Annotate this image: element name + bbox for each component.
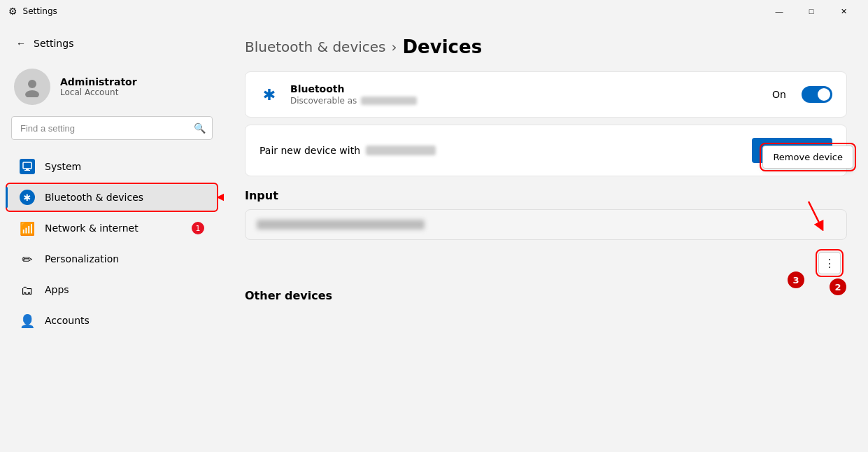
input-section-title: Input bbox=[245, 189, 847, 202]
input-device-card: Remove device ⋮ bbox=[245, 209, 847, 240]
sidebar-item-system[interactable]: System bbox=[6, 152, 218, 181]
other-devices-section-title: Other devices bbox=[245, 289, 847, 302]
bluetooth-title: Bluetooth bbox=[290, 83, 761, 94]
network-badge: 1 bbox=[192, 222, 204, 234]
toggle-thumb bbox=[818, 88, 830, 101]
breadcrumb-current: Devices bbox=[403, 36, 483, 57]
svg-point-0 bbox=[28, 80, 36, 88]
sidebar-header: ← Settings bbox=[0, 31, 224, 62]
search-box: 🔍 bbox=[11, 116, 213, 140]
personalization-icon: ✏️ bbox=[20, 251, 35, 267]
input-device-name-blurred bbox=[257, 220, 425, 229]
breadcrumb-parent: Bluetooth & devices bbox=[245, 38, 386, 55]
sidebar-label-bluetooth: Bluetooth & devices bbox=[45, 192, 143, 203]
sidebar-label-accounts: Accounts bbox=[45, 315, 90, 326]
sidebar-label-network: Network & internet bbox=[45, 223, 138, 234]
svg-point-1 bbox=[25, 90, 39, 97]
bluetooth-card: ✱ Bluetooth Discoverable as On bbox=[245, 71, 847, 118]
user-role: Local Account bbox=[60, 87, 137, 97]
window-controls: — □ ✕ bbox=[763, 0, 860, 22]
annotation-badge-3: 3 bbox=[788, 271, 804, 288]
user-name: Administrator bbox=[60, 76, 137, 87]
input-section: Input Remove device bbox=[245, 189, 847, 240]
bluetooth-symbol-icon: ✱ bbox=[259, 86, 279, 104]
minimize-button[interactable]: — bbox=[763, 0, 795, 22]
sidebar-item-apps[interactable]: 🗂 Apps bbox=[6, 275, 218, 304]
sidebar-item-network[interactable]: 📶 Network & internet 1 bbox=[6, 213, 218, 243]
app-title: Settings bbox=[34, 38, 73, 49]
sidebar-item-personalization[interactable]: ✏️ Personalization bbox=[6, 244, 218, 274]
remove-device-tooltip: Remove device bbox=[762, 146, 853, 169]
titlebar: ⚙ Settings — □ ✕ bbox=[0, 0, 868, 22]
accounts-icon: 👤 bbox=[20, 313, 35, 328]
three-dot-button[interactable]: ⋮ bbox=[818, 252, 841, 274]
back-button[interactable]: ← bbox=[11, 34, 31, 53]
settings-icon: ⚙ bbox=[8, 6, 17, 17]
svg-rect-2 bbox=[23, 162, 31, 169]
system-icon bbox=[20, 159, 35, 174]
apps-icon: 🗂 bbox=[20, 282, 35, 297]
sidebar-item-accounts[interactable]: 👤 Accounts bbox=[6, 306, 218, 335]
svg-rect-3 bbox=[26, 169, 29, 170]
sidebar-item-bluetooth[interactable]: ✱ Bluetooth & devices 1 bbox=[6, 183, 218, 212]
maximize-button[interactable]: □ bbox=[795, 0, 827, 22]
breadcrumb-separator: › bbox=[392, 38, 397, 55]
titlebar-title: Settings bbox=[23, 6, 57, 16]
close-button[interactable]: ✕ bbox=[827, 0, 860, 22]
bluetooth-card-info: Bluetooth Discoverable as bbox=[290, 83, 761, 106]
discoverable-label: Discoverable as bbox=[290, 96, 357, 106]
search-icon: 🔍 bbox=[194, 122, 206, 134]
sidebar-label-system: System bbox=[45, 161, 81, 172]
sidebar-label-personalization: Personalization bbox=[45, 253, 119, 264]
user-info: Administrator Local Account bbox=[60, 76, 137, 97]
toggle-on-label: On bbox=[772, 89, 786, 100]
app-body: ← Settings Administrator Local Account 🔍 bbox=[0, 22, 868, 452]
pair-device-card: Pair new device with Add device bbox=[245, 125, 847, 176]
pair-text: Pair new device with bbox=[259, 145, 360, 156]
content-area: Bluetooth & devices › Devices ✱ Bluetoot… bbox=[224, 22, 868, 452]
sidebar: ← Settings Administrator Local Account 🔍 bbox=[0, 22, 224, 452]
pair-label: Pair new device with bbox=[259, 145, 436, 156]
annotation-badge-2: 2 bbox=[830, 278, 846, 295]
bluetooth-icon: ✱ bbox=[20, 190, 35, 205]
bluetooth-subtitle: Discoverable as bbox=[290, 96, 761, 106]
breadcrumb: Bluetooth & devices › Devices bbox=[245, 36, 847, 57]
device-name-blurred bbox=[361, 97, 417, 105]
avatar bbox=[14, 69, 50, 105]
sidebar-label-apps: Apps bbox=[45, 284, 69, 295]
svg-rect-4 bbox=[24, 170, 30, 171]
user-section: Administrator Local Account bbox=[0, 62, 224, 116]
search-input[interactable] bbox=[11, 116, 213, 140]
bluetooth-toggle[interactable] bbox=[802, 86, 832, 103]
network-icon: 📶 bbox=[20, 220, 35, 236]
svg-line-8 bbox=[809, 202, 821, 227]
pair-device-name-blurred bbox=[366, 146, 436, 155]
